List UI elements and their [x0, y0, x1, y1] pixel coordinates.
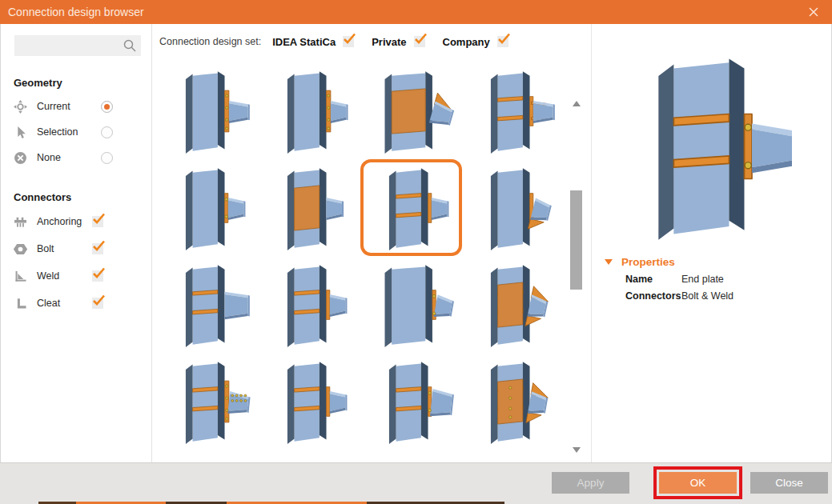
- connection-thumbnail-image: [368, 262, 456, 348]
- anchoring-icon: [14, 215, 27, 229]
- thumbnail[interactable]: [462, 62, 564, 159]
- connection-thumbnail-image: [368, 165, 456, 251]
- design-set-bar: Connection design set: IDEA StatiCa Priv…: [152, 24, 591, 59]
- thumbnail[interactable]: [462, 353, 564, 450]
- property-value: End plate: [681, 274, 724, 285]
- thumbnail[interactable]: [360, 353, 462, 450]
- radio-none[interactable]: [101, 152, 113, 164]
- bolt-icon: [14, 242, 27, 256]
- scrollbar[interactable]: [570, 96, 583, 454]
- thumbnail[interactable]: [259, 353, 360, 450]
- connection-thumbnail-image: [469, 165, 557, 251]
- connection-thumbnail-image: [266, 68, 354, 154]
- geometry-option-none[interactable]: None: [1, 145, 151, 170]
- search-icon: [123, 38, 137, 56]
- thumbnail[interactable]: [462, 256, 564, 353]
- cleat-icon: [14, 297, 27, 310]
- radio-current[interactable]: [101, 101, 113, 113]
- set-label: Company: [443, 36, 490, 48]
- property-value: Bolt & Weld: [681, 290, 734, 302]
- checkbox-bolt[interactable]: [92, 243, 103, 254]
- design-set-label: Connection design set:: [159, 36, 261, 47]
- connection-thumbnail-image: [164, 165, 252, 251]
- geometry-option-label: None: [37, 152, 61, 163]
- geometry-option-current[interactable]: Current: [1, 94, 151, 119]
- weld-icon: [14, 270, 27, 283]
- close-icon[interactable]: [803, 2, 824, 22]
- scroll-up-icon[interactable]: [573, 101, 581, 106]
- properties-heading: Properties: [621, 256, 675, 268]
- preview-image: [592, 50, 831, 243]
- thumbnail[interactable]: [462, 159, 564, 256]
- property-label: Name: [625, 274, 681, 285]
- connector-label: Cleat: [37, 298, 60, 309]
- dialog-titlebar[interactable]: Connection design browser: [0, 0, 832, 24]
- cursor-icon: [14, 126, 27, 139]
- thumbnail[interactable]: [157, 62, 259, 159]
- browser-main: Connection design set: IDEA StatiCa Priv…: [152, 24, 591, 462]
- thumbnail[interactable]: [259, 256, 360, 353]
- property-row-connectors: Connectors Bolt & Weld: [605, 290, 831, 302]
- connection-thumbnail-image: [164, 358, 252, 445]
- scroll-down-icon[interactable]: [573, 447, 581, 453]
- thumbnail[interactable]: [157, 353, 259, 450]
- radio-selection[interactable]: [101, 126, 113, 138]
- connectors-heading: Connectors: [14, 191, 151, 203]
- connector-label: Weld: [37, 270, 59, 282]
- dialog-body: Geometry Current Selection: [0, 24, 832, 462]
- thumbnail[interactable]: [157, 256, 259, 353]
- property-row-name: Name End plate: [605, 274, 831, 285]
- connection-thumbnail-image: [368, 358, 456, 445]
- checkbox-idea-statica[interactable]: [343, 36, 354, 47]
- thumbnail[interactable]: [360, 256, 462, 353]
- connection-thumbnail-image: [368, 68, 456, 154]
- thumbnail[interactable]: [157, 159, 259, 256]
- none-icon: [14, 151, 27, 165]
- connector-anchoring[interactable]: Anchoring: [1, 208, 151, 235]
- thumbnail-selected[interactable]: [360, 159, 462, 256]
- dialog-title: Connection design browser: [8, 6, 144, 18]
- thumbnail-area: [152, 59, 591, 462]
- scrollbar-thumb[interactable]: [570, 190, 582, 290]
- geometry-option-selection[interactable]: Selection: [1, 119, 151, 145]
- checkbox-company[interactable]: [497, 36, 508, 47]
- checkbox-cleat[interactable]: [92, 298, 103, 309]
- connection-thumbnail-image: [266, 165, 354, 251]
- target-icon: [14, 100, 27, 114]
- connection-design-browser-dialog: Connection design browser Geometry Curre…: [0, 0, 832, 504]
- connection-thumbnail-image: [469, 262, 557, 348]
- set-label: Private: [372, 36, 406, 48]
- checkbox-weld[interactable]: [92, 270, 103, 282]
- search-box[interactable]: [14, 35, 141, 56]
- checkbox-private[interactable]: [414, 36, 425, 47]
- properties-section: Properties Name End plate Connectors Bol…: [592, 256, 831, 302]
- connector-cleat[interactable]: Cleat: [1, 290, 151, 317]
- connection-thumbnail-image: [164, 68, 252, 154]
- filter-sidebar: Geometry Current Selection: [1, 24, 152, 462]
- set-private[interactable]: Private: [372, 36, 424, 48]
- thumbnail[interactable]: [360, 62, 462, 159]
- geometry-heading: Geometry: [14, 77, 151, 89]
- connector-bolt[interactable]: Bolt: [1, 235, 151, 262]
- checkbox-anchoring[interactable]: [92, 216, 103, 227]
- connector-label: Anchoring: [37, 216, 82, 227]
- property-label: Connectors: [625, 290, 681, 302]
- close-button[interactable]: Close: [750, 472, 828, 494]
- properties-header[interactable]: Properties: [605, 256, 831, 268]
- ok-button[interactable]: OK: [659, 472, 737, 494]
- connection-thumbnail-image: [164, 262, 252, 348]
- connection-thumbnail-image: [469, 358, 557, 445]
- apply-button[interactable]: Apply: [552, 472, 629, 494]
- connection-thumbnail-image: [266, 358, 354, 445]
- thumbnail[interactable]: [259, 159, 360, 256]
- set-label: IDEA StatiCa: [272, 36, 336, 48]
- set-idea-statica[interactable]: IDEA StatiCa: [272, 36, 354, 48]
- collapse-triangle-icon[interactable]: [605, 259, 613, 265]
- geometry-option-label: Selection: [37, 126, 78, 138]
- connector-weld[interactable]: Weld: [1, 262, 151, 290]
- preview-panel: Properties Name End plate Connectors Bol…: [591, 24, 831, 462]
- connection-thumbnail-image: [469, 68, 557, 154]
- set-company[interactable]: Company: [443, 36, 508, 48]
- thumbnail[interactable]: [259, 62, 360, 159]
- ok-highlight-box: OK: [653, 466, 742, 499]
